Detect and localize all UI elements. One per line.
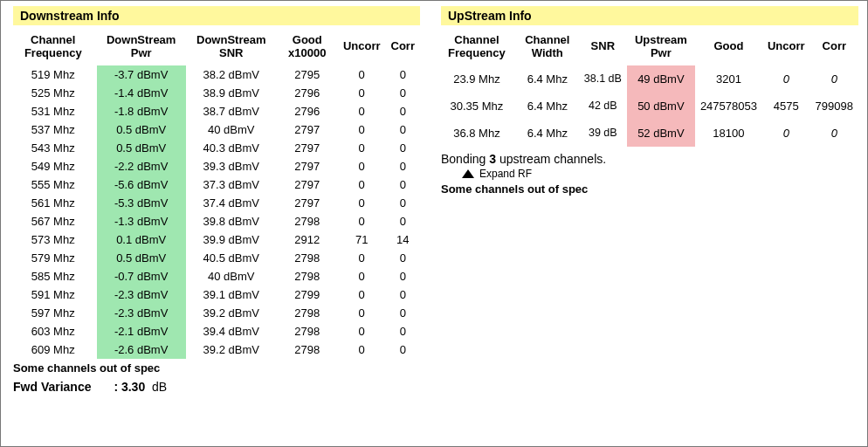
cell-corr: 0 — [386, 285, 420, 304]
fwd-variance-value: 3.30 — [121, 380, 145, 394]
table-row: 555 Mhz-5.6 dBmV37.3 dBmV279700 — [10, 175, 420, 194]
table-row: 537 Mhz0.5 dBmV40 dBmV279700 — [10, 120, 420, 139]
cell-snr: 39.4 dBmV — [186, 322, 277, 340]
cell-uncorr: 0 — [338, 249, 386, 267]
cell-corr: 0 — [386, 267, 420, 285]
cell-freq: 543 Mhz — [10, 139, 97, 157]
cell-uncorr: 0 — [338, 157, 386, 175]
cell-good: 2797 — [277, 175, 338, 194]
cell-corr: 0 — [386, 157, 420, 175]
cell-snr: 40 dBmV — [186, 267, 277, 285]
cell-uncorr: 0 — [338, 285, 386, 304]
expand-rf-button[interactable]: Expand RF — [462, 168, 858, 180]
cell-uncorr: 0 — [338, 194, 386, 212]
fwd-variance: Fwd Variance : 3.30 dB — [13, 380, 420, 394]
upstream-header: SNR — [579, 29, 627, 65]
cell-uncorr: 71 — [338, 230, 386, 249]
cell-freq: 603 Mhz — [10, 322, 97, 340]
table-row: 609 Mhz-2.6 dBmV39.2 dBmV279800 — [10, 340, 420, 359]
cell-snr: 38.2 dBmV — [186, 65, 277, 84]
cell-corr: 0 — [386, 340, 420, 359]
cell-corr: 0 — [386, 175, 420, 194]
cell-corr: 0 — [386, 304, 420, 322]
cell-corr: 0 — [386, 120, 420, 139]
table-row: 573 Mhz0.1 dBmV39.9 dBmV29127114 — [10, 230, 420, 249]
cell-width: 6.4 Mhz — [516, 65, 579, 93]
cell-width: 6.4 Mhz — [516, 120, 579, 147]
cell-snr: 39.2 dBmV — [186, 304, 277, 322]
cell-snr: 37.4 dBmV — [186, 194, 277, 212]
cell-corr: 0 — [386, 212, 420, 230]
cell-freq: 579 Mhz — [10, 249, 97, 267]
cell-good: 2798 — [277, 267, 338, 285]
cell-good: 2799 — [277, 285, 338, 304]
cell-snr: 39.2 dBmV — [186, 340, 277, 359]
cell-pwr: -0.7 dBmV — [97, 267, 186, 285]
cell-snr: 39 dB — [579, 120, 627, 147]
table-row: 603 Mhz-2.1 dBmV39.4 dBmV279800 — [10, 322, 420, 340]
cell-freq: 585 Mhz — [10, 267, 97, 285]
upstream-header: Channel Width — [516, 29, 579, 65]
cell-freq: 23.9 Mhz — [437, 65, 516, 93]
cell-pwr: -1.3 dBmV — [97, 212, 186, 230]
upstream-title: UpStream Info — [441, 6, 858, 25]
cell-uncorr: 0 — [338, 84, 386, 102]
cell-corr: 0 — [386, 194, 420, 212]
cell-pwr: -3.7 dBmV — [97, 65, 186, 84]
cell-uncorr: 4575 — [762, 93, 810, 120]
cell-pwr: -2.6 dBmV — [97, 340, 186, 359]
cell-corr: 0 — [386, 249, 420, 267]
cell-good: 2797 — [277, 139, 338, 157]
upstream-warning: Some channels out of spec — [441, 182, 858, 196]
cell-freq: 36.8 Mhz — [437, 120, 516, 147]
triangle-up-icon — [462, 169, 474, 178]
upstream-table: Channel FrequencyChannel WidthSNRUpstrea… — [437, 29, 858, 147]
cell-uncorr: 0 — [338, 267, 386, 285]
downstream-table: Channel FrequencyDownStream PwrDownStrea… — [10, 29, 420, 359]
cell-good: 2798 — [277, 304, 338, 322]
table-row: 591 Mhz-2.3 dBmV39.1 dBmV279900 — [10, 285, 420, 304]
cell-pwr: 0.1 dBmV — [97, 230, 186, 249]
table-row: 36.8 Mhz6.4 Mhz39 dB52 dBmV1810000 — [437, 120, 858, 147]
cell-freq: 531 Mhz — [10, 102, 97, 120]
cell-corr: 14 — [386, 230, 420, 249]
cell-snr: 39.9 dBmV — [186, 230, 277, 249]
cell-snr: 38.1 dB — [579, 65, 627, 93]
downstream-warning: Some channels out of spec — [13, 361, 420, 375]
cell-uncorr: 0 — [338, 102, 386, 120]
cell-pwr: -2.3 dBmV — [97, 285, 186, 304]
downstream-header: Channel Frequency — [10, 29, 97, 65]
table-row: 579 Mhz0.5 dBmV40.5 dBmV279800 — [10, 249, 420, 267]
cell-freq: 30.35 Mhz — [437, 93, 516, 120]
downstream-header: DownStream Pwr — [97, 29, 186, 65]
cell-corr: 0 — [810, 120, 858, 147]
cell-corr: 0 — [386, 139, 420, 157]
table-row: 30.35 Mhz6.4 Mhz42 dB50 dBmV247578053457… — [437, 93, 858, 120]
cell-pwr: 52 dBmV — [627, 120, 695, 147]
cell-freq: 609 Mhz — [10, 340, 97, 359]
cell-good: 247578053 — [695, 93, 762, 120]
table-row: 567 Mhz-1.3 dBmV39.8 dBmV279800 — [10, 212, 420, 230]
table-row: 597 Mhz-2.3 dBmV39.2 dBmV279800 — [10, 304, 420, 322]
upstream-header: Channel Frequency — [437, 29, 516, 65]
cell-snr: 40.3 dBmV — [186, 139, 277, 157]
cell-uncorr: 0 — [338, 175, 386, 194]
cell-pwr: 0.5 dBmV — [97, 139, 186, 157]
fwd-variance-label: Fwd Variance — [13, 380, 91, 394]
cell-uncorr: 0 — [338, 322, 386, 340]
cell-snr: 38.7 dBmV — [186, 102, 277, 120]
cell-width: 6.4 Mhz — [516, 93, 579, 120]
cell-freq: 525 Mhz — [10, 84, 97, 102]
downstream-header: Uncorr — [338, 29, 386, 65]
cell-good: 2796 — [277, 102, 338, 120]
cell-uncorr: 0 — [338, 65, 386, 84]
cell-pwr: 0.5 dBmV — [97, 120, 186, 139]
downstream-title: Downstream Info — [13, 6, 420, 25]
cell-good: 2797 — [277, 120, 338, 139]
cell-snr: 40 dBmV — [186, 120, 277, 139]
cell-uncorr: 0 — [338, 304, 386, 322]
cell-snr: 40.5 dBmV — [186, 249, 277, 267]
table-row: 561 Mhz-5.3 dBmV37.4 dBmV279700 — [10, 194, 420, 212]
cell-uncorr: 0 — [338, 120, 386, 139]
cell-good: 3201 — [695, 65, 762, 93]
